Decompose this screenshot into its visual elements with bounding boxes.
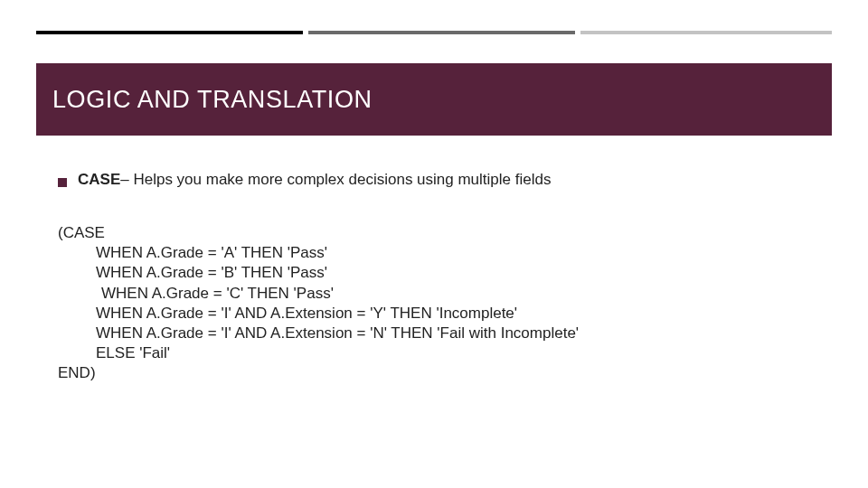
top-divider bbox=[36, 31, 832, 34]
code-when-4: WHEN A.Grade = 'I' AND A.Extension = 'Y'… bbox=[58, 304, 832, 324]
divider-seg-mid bbox=[308, 31, 575, 34]
code-when-5: WHEN A.Grade = 'I' AND A.Extension = 'N'… bbox=[58, 324, 832, 343]
code-close: END) bbox=[58, 364, 96, 381]
slide-title: LOGIC AND TRANSLATION bbox=[52, 86, 373, 114]
code-when-1: WHEN A.Grade = 'A' THEN 'Pass' bbox=[58, 243, 832, 263]
divider-seg-light bbox=[580, 31, 832, 34]
code-open: (CASE bbox=[58, 224, 105, 241]
code-when-2: WHEN A.Grade = 'B' THEN 'Pass' bbox=[58, 263, 832, 283]
slide: LOGIC AND TRANSLATION CASE– Helps you ma… bbox=[0, 0, 868, 488]
bullet-keyword: CASE bbox=[78, 171, 120, 188]
bullet-marker bbox=[58, 178, 67, 187]
code-else: ELSE 'Fail' bbox=[58, 343, 832, 363]
code-block: (CASE WHEN A.Grade = 'A' THEN 'Pass' WHE… bbox=[58, 223, 832, 383]
code-when-3: WHEN A.Grade = 'C' THEN 'Pass' bbox=[58, 284, 832, 304]
bullet-text: CASE– Helps you make more complex decisi… bbox=[78, 170, 551, 189]
title-band: LOGIC AND TRANSLATION bbox=[36, 63, 832, 136]
divider-seg-dark bbox=[36, 31, 303, 34]
slide-content: CASE– Helps you make more complex decisi… bbox=[58, 170, 832, 383]
bullet-desc: – Helps you make more complex decisions … bbox=[120, 171, 551, 188]
bullet-item: CASE– Helps you make more complex decisi… bbox=[58, 170, 832, 189]
